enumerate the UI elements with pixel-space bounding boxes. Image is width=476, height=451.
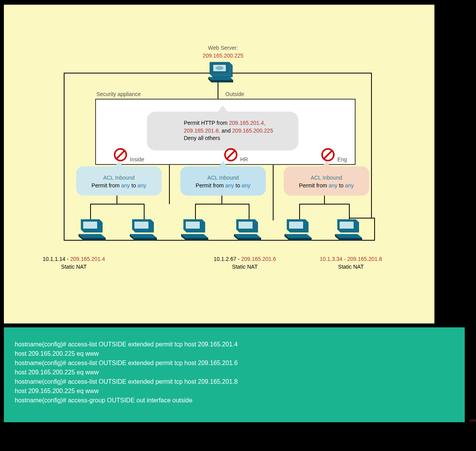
acl-heading: ACL Inbound bbox=[284, 174, 369, 182]
code-line: host 209.165.200.225 eq www bbox=[15, 386, 454, 396]
acl-permit: Permit from bbox=[92, 182, 121, 189]
acl-inside-callout: ACL Inbound Permit from any to any bbox=[76, 166, 162, 196]
acl-permit: Permit from bbox=[196, 182, 225, 189]
svg-rect-39 bbox=[340, 222, 354, 229]
acl-eng-callout: ACL Inbound Permit from any to any bbox=[284, 166, 369, 196]
wire bbox=[64, 73, 65, 240]
acl-to: to bbox=[130, 182, 137, 189]
code-line: hostname(config)# access-list OUTSIDE ex… bbox=[15, 377, 454, 386]
webserver-title: Web Server: bbox=[208, 45, 238, 51]
acl-heading: ACL Inbound bbox=[76, 174, 162, 182]
diagram-panel: Web Server: 209.165.200.225 Security app… bbox=[4, 5, 434, 323]
acl-any2: any bbox=[138, 182, 146, 189]
wire bbox=[90, 204, 145, 205]
server-icon bbox=[206, 59, 233, 86]
nat-static: Static NAT bbox=[338, 264, 364, 270]
prohibit-icon bbox=[223, 147, 239, 163]
nat1a: 10.1.1.14 - bbox=[43, 256, 70, 262]
svg-rect-14 bbox=[83, 222, 97, 229]
info-l2a: 209.165.201.8, bbox=[184, 128, 220, 134]
svg-marker-25 bbox=[181, 234, 208, 238]
acl-permit: Permit from bbox=[299, 182, 329, 189]
svg-line-12 bbox=[324, 151, 332, 159]
prohibit-icon bbox=[113, 147, 128, 163]
inside-label: Inside bbox=[130, 156, 144, 163]
svg-marker-16 bbox=[83, 238, 106, 240]
info-l3: Deny all others bbox=[184, 135, 298, 142]
acl-heading: ACL Inbound bbox=[180, 174, 266, 182]
prohibit-icon bbox=[320, 147, 336, 163]
svg-rect-34 bbox=[289, 222, 303, 229]
webserver-label: Web Server: 209.165.200.225 bbox=[4, 44, 442, 59]
acl-any2: any bbox=[242, 182, 251, 189]
svg-marker-6 bbox=[211, 80, 233, 82]
svg-marker-30 bbox=[234, 234, 261, 238]
permit-info-callout: Permit HTTP from 209.165.201.4, 209.165.… bbox=[147, 112, 298, 150]
svg-marker-35 bbox=[284, 234, 312, 238]
code-line: hostname(config)# access-list OUTSIDE ex… bbox=[15, 340, 454, 349]
nat-label-2: 10.1.2.67 - 209.165.201.6 Static NAT bbox=[206, 255, 284, 271]
nat1b: 209.165.201.4 bbox=[70, 256, 105, 262]
svg-marker-36 bbox=[289, 238, 312, 240]
acl-hr-callout: ACL Inbound Permit from any to any bbox=[180, 166, 266, 196]
code-line: host 209.165.200.225 eq www bbox=[15, 349, 454, 358]
outside-label: Outside bbox=[225, 91, 244, 97]
pc-icon bbox=[78, 217, 109, 245]
nat-static: Static NAT bbox=[61, 264, 87, 270]
nat-label-3: 10.1.3.34 - 209.165.201.8 Static NAT bbox=[312, 255, 390, 271]
hr-label: HR bbox=[240, 156, 248, 163]
info-l1a: Permit HTTP from bbox=[184, 120, 229, 126]
acl-to: to bbox=[337, 182, 345, 189]
pc-icon bbox=[284, 217, 315, 245]
acl-any2: any bbox=[345, 182, 354, 189]
svg-rect-29 bbox=[239, 222, 253, 229]
nat-label-1: 10.1.1.14 - 209.165.201.4 Static NAT bbox=[35, 255, 113, 271]
code-panel: hostname(config)# access-list OUTSIDE ex… bbox=[4, 327, 465, 422]
wire bbox=[64, 240, 375, 241]
svg-marker-21 bbox=[134, 238, 157, 240]
wire bbox=[195, 204, 249, 205]
svg-rect-24 bbox=[186, 222, 200, 229]
security-appliance-label: Security appliance bbox=[96, 91, 141, 97]
wire bbox=[299, 204, 350, 205]
wire bbox=[169, 164, 170, 204]
pc-icon bbox=[233, 217, 264, 245]
svg-marker-20 bbox=[130, 234, 157, 238]
nat2a: 10.1.2.67 - bbox=[214, 256, 241, 262]
info-l2b: and bbox=[220, 128, 232, 134]
footer-text: .com bbox=[468, 418, 476, 422]
svg-marker-4 bbox=[208, 77, 233, 80]
wire bbox=[371, 73, 372, 218]
svg-marker-40 bbox=[335, 234, 362, 238]
code-line: hostname(config)# access-group OUTSIDE o… bbox=[15, 396, 454, 405]
acl-any: any bbox=[329, 182, 338, 189]
svg-marker-41 bbox=[340, 238, 362, 240]
info-l2c: 209.165.200.225 bbox=[232, 128, 273, 134]
webserver-ip: 209.165.200.225 bbox=[202, 52, 243, 59]
svg-marker-15 bbox=[78, 234, 106, 238]
code-line: host 209.165.200.225 eq www bbox=[15, 368, 454, 377]
acl-to: to bbox=[234, 182, 241, 189]
nat-static: Static NAT bbox=[232, 264, 258, 270]
pc-icon bbox=[180, 217, 211, 245]
svg-marker-31 bbox=[239, 238, 261, 240]
svg-line-8 bbox=[117, 151, 124, 159]
wire bbox=[273, 164, 274, 220]
nat3a: 10.1.3.34 - bbox=[320, 256, 347, 262]
pc-icon bbox=[334, 217, 365, 245]
eng-label: Eng bbox=[337, 156, 347, 163]
svg-rect-19 bbox=[134, 222, 148, 229]
acl-any: any bbox=[225, 182, 234, 189]
svg-point-3 bbox=[216, 66, 223, 70]
svg-marker-26 bbox=[186, 238, 208, 240]
svg-line-10 bbox=[227, 151, 235, 159]
code-line: hostname(config)# access-list OUTSIDE ex… bbox=[15, 358, 454, 368]
acl-any: any bbox=[121, 182, 130, 189]
info-l1b: 209.165.201.4, bbox=[229, 120, 265, 126]
nat3b: 209.165.201.8 bbox=[347, 256, 382, 262]
pc-icon bbox=[129, 217, 160, 245]
wire bbox=[374, 218, 375, 240]
nat2b: 209.165.201.6 bbox=[241, 256, 276, 262]
